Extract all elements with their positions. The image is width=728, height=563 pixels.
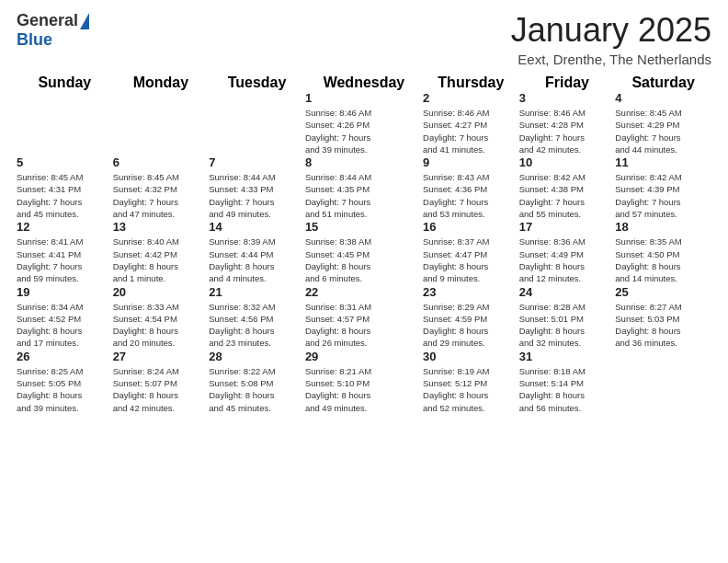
day-info: Sunrise: 8:31 AM Sunset: 4:57 PM Dayligh… [305,301,423,350]
day-number: 8 [305,155,423,169]
day-info: Sunrise: 8:44 AM Sunset: 4:33 PM Dayligh… [209,171,305,220]
calendar-day-cell [209,91,305,155]
day-of-week-header: Wednesday [305,75,423,91]
calendar-day-cell: 20Sunrise: 8:33 AM Sunset: 4:54 PM Dayli… [113,285,210,350]
day-number: 23 [423,285,519,299]
calendar-day-cell: 4Sunrise: 8:45 AM Sunset: 4:29 PM Daylig… [615,91,711,155]
day-info: Sunrise: 8:33 AM Sunset: 4:54 PM Dayligh… [113,301,210,350]
day-info: Sunrise: 8:42 AM Sunset: 4:38 PM Dayligh… [519,171,616,220]
calendar-day-cell: 15Sunrise: 8:38 AM Sunset: 4:45 PM Dayli… [305,220,423,284]
day-info: Sunrise: 8:45 AM Sunset: 4:29 PM Dayligh… [615,107,711,155]
calendar-week-row: 26Sunrise: 8:25 AM Sunset: 5:05 PM Dayli… [17,350,711,414]
day-of-week-header: Saturday [615,75,711,91]
day-number: 28 [209,350,305,363]
calendar-day-cell: 18Sunrise: 8:35 AM Sunset: 4:50 PM Dayli… [615,220,711,284]
day-info: Sunrise: 8:22 AM Sunset: 5:08 PM Dayligh… [209,365,305,414]
day-info: Sunrise: 8:19 AM Sunset: 5:12 PM Dayligh… [423,365,519,414]
day-info: Sunrise: 8:34 AM Sunset: 4:52 PM Dayligh… [17,301,113,350]
day-number: 20 [113,285,210,299]
day-info: Sunrise: 8:25 AM Sunset: 5:05 PM Dayligh… [17,365,113,414]
day-number: 5 [17,155,113,169]
calendar-week-row: 19Sunrise: 8:34 AM Sunset: 4:52 PM Dayli… [17,285,711,350]
day-number: 16 [423,220,519,234]
calendar-day-cell [113,91,210,155]
logo-general-text: General [17,11,78,30]
day-info: Sunrise: 8:45 AM Sunset: 4:32 PM Dayligh… [113,171,210,220]
calendar-day-cell: 9Sunrise: 8:43 AM Sunset: 4:36 PM Daylig… [423,155,519,220]
calendar-day-cell: 6Sunrise: 8:45 AM Sunset: 4:32 PM Daylig… [113,155,210,220]
calendar-week-row: 12Sunrise: 8:41 AM Sunset: 4:41 PM Dayli… [17,220,711,284]
calendar-day-cell: 11Sunrise: 8:42 AM Sunset: 4:39 PM Dayli… [615,155,711,220]
month-year-title: January 2025 [511,11,711,50]
calendar-table: SundayMondayTuesdayWednesdayThursdayFrid… [17,75,711,414]
day-info: Sunrise: 8:42 AM Sunset: 4:39 PM Dayligh… [615,171,711,220]
header-row: SundayMondayTuesdayWednesdayThursdayFrid… [17,75,711,91]
day-number: 1 [305,91,423,105]
calendar-day-cell: 31Sunrise: 8:18 AM Sunset: 5:14 PM Dayli… [519,350,616,414]
day-number: 3 [519,91,616,105]
day-info: Sunrise: 8:35 AM Sunset: 4:50 PM Dayligh… [615,236,711,284]
calendar-day-cell: 17Sunrise: 8:36 AM Sunset: 4:49 PM Dayli… [519,220,616,284]
day-info: Sunrise: 8:43 AM Sunset: 4:36 PM Dayligh… [423,171,519,220]
day-info: Sunrise: 8:18 AM Sunset: 5:14 PM Dayligh… [519,365,616,414]
day-info: Sunrise: 8:24 AM Sunset: 5:07 PM Dayligh… [113,365,210,414]
day-number: 22 [305,285,423,299]
day-of-week-header: Thursday [423,75,519,91]
calendar-body: 1Sunrise: 8:46 AM Sunset: 4:26 PM Daylig… [17,91,711,414]
location-subtitle: Eext, Drenthe, The Netherlands [511,52,711,67]
calendar-day-cell: 21Sunrise: 8:32 AM Sunset: 4:56 PM Dayli… [209,285,305,350]
day-number: 27 [113,350,210,363]
day-number: 30 [423,350,519,363]
calendar-day-cell: 2Sunrise: 8:46 AM Sunset: 4:27 PM Daylig… [423,91,519,155]
calendar-day-cell: 22Sunrise: 8:31 AM Sunset: 4:57 PM Dayli… [305,285,423,350]
day-number: 10 [519,155,616,169]
calendar-day-cell: 13Sunrise: 8:40 AM Sunset: 4:42 PM Dayli… [113,220,210,284]
calendar-day-cell: 23Sunrise: 8:29 AM Sunset: 4:59 PM Dayli… [423,285,519,350]
day-info: Sunrise: 8:28 AM Sunset: 5:01 PM Dayligh… [519,301,616,350]
day-of-week-header: Monday [113,75,210,91]
calendar-day-cell: 16Sunrise: 8:37 AM Sunset: 4:47 PM Dayli… [423,220,519,284]
calendar-week-row: 1Sunrise: 8:46 AM Sunset: 4:26 PM Daylig… [17,91,711,155]
calendar-day-cell: 8Sunrise: 8:44 AM Sunset: 4:35 PM Daylig… [305,155,423,220]
calendar-day-cell: 25Sunrise: 8:27 AM Sunset: 5:03 PM Dayli… [615,285,711,350]
day-number: 26 [17,350,113,363]
calendar-day-cell: 19Sunrise: 8:34 AM Sunset: 4:52 PM Dayli… [17,285,113,350]
day-of-week-header: Tuesday [209,75,305,91]
calendar-week-row: 5Sunrise: 8:45 AM Sunset: 4:31 PM Daylig… [17,155,711,220]
day-number: 7 [209,155,305,169]
day-number: 29 [305,350,423,363]
calendar-day-cell: 3Sunrise: 8:46 AM Sunset: 4:28 PM Daylig… [519,91,616,155]
calendar-day-cell: 29Sunrise: 8:21 AM Sunset: 5:10 PM Dayli… [305,350,423,414]
day-number: 6 [113,155,210,169]
day-info: Sunrise: 8:38 AM Sunset: 4:45 PM Dayligh… [305,236,423,284]
day-number: 12 [17,220,113,234]
calendar-day-cell: 14Sunrise: 8:39 AM Sunset: 4:44 PM Dayli… [209,220,305,284]
day-info: Sunrise: 8:27 AM Sunset: 5:03 PM Dayligh… [615,301,711,350]
day-number: 18 [615,220,711,234]
day-info: Sunrise: 8:44 AM Sunset: 4:35 PM Dayligh… [305,171,423,220]
day-number: 19 [17,285,113,299]
day-number: 4 [615,91,711,105]
calendar-day-cell: 10Sunrise: 8:42 AM Sunset: 4:38 PM Dayli… [519,155,616,220]
day-info: Sunrise: 8:41 AM Sunset: 4:41 PM Dayligh… [17,236,113,284]
day-number: 21 [209,285,305,299]
day-info: Sunrise: 8:37 AM Sunset: 4:47 PM Dayligh… [423,236,519,284]
day-number: 2 [423,91,519,105]
day-info: Sunrise: 8:29 AM Sunset: 4:59 PM Dayligh… [423,301,519,350]
day-info: Sunrise: 8:39 AM Sunset: 4:44 PM Dayligh… [209,236,305,284]
day-info: Sunrise: 8:46 AM Sunset: 4:27 PM Dayligh… [423,107,519,155]
title-section: January 2025 Eext, Drenthe, The Netherla… [511,11,711,67]
day-of-week-header: Friday [519,75,616,91]
calendar-header: SundayMondayTuesdayWednesdayThursdayFrid… [17,75,711,91]
day-info: Sunrise: 8:36 AM Sunset: 4:49 PM Dayligh… [519,236,616,284]
day-number: 14 [209,220,305,234]
calendar-day-cell: 27Sunrise: 8:24 AM Sunset: 5:07 PM Dayli… [113,350,210,414]
calendar-day-cell: 1Sunrise: 8:46 AM Sunset: 4:26 PM Daylig… [305,91,423,155]
day-number: 11 [615,155,711,169]
calendar-day-cell [615,350,711,414]
day-number: 25 [615,285,711,299]
calendar-day-cell: 30Sunrise: 8:19 AM Sunset: 5:12 PM Dayli… [423,350,519,414]
calendar-day-cell: 28Sunrise: 8:22 AM Sunset: 5:08 PM Dayli… [209,350,305,414]
day-info: Sunrise: 8:46 AM Sunset: 4:28 PM Dayligh… [519,107,616,155]
day-number: 13 [113,220,210,234]
